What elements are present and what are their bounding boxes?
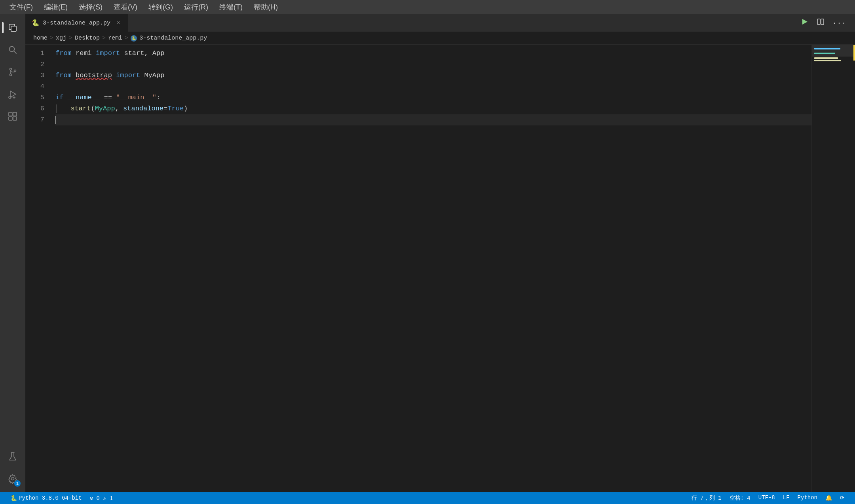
encoding-label: UTF-8 [758, 495, 775, 501]
code-editor[interactable]: 1 2 3 4 5 6 7 from remi import start, Ap… [25, 45, 855, 492]
svg-line-3 [14, 51, 16, 53]
menu-item-help[interactable]: 帮助(H) [249, 1, 283, 13]
python-version-label: Python 3.8.0 64-bit [19, 495, 82, 501]
activity-bottom: 1 [2, 446, 23, 489]
tab-close-button[interactable]: × [115, 19, 122, 27]
line-num-5: 5 [25, 92, 44, 103]
run-button[interactable] [798, 16, 811, 30]
status-python-version[interactable]: 🐍 Python 3.8.0 64-bit [6, 492, 86, 504]
svg-point-17 [11, 477, 14, 480]
menu-item-terminal[interactable]: 终端(T) [215, 1, 247, 13]
status-line-ending[interactable]: LF [779, 495, 794, 501]
imports-1: start, App [120, 48, 164, 59]
svg-rect-1 [11, 26, 16, 31]
breadcrumb-sep-4: > [125, 35, 128, 42]
activity-settings[interactable]: 1 [2, 468, 23, 489]
code-line-4 [55, 81, 811, 92]
line-col-label: 行 7，列 1 [692, 495, 722, 502]
language-label: Python [798, 495, 817, 501]
comma-6: , [115, 103, 123, 114]
menu-item-run[interactable]: 运行(R) [179, 1, 213, 13]
line-num-3: 3 [25, 70, 44, 81]
svg-rect-19 [817, 19, 820, 25]
param-standalone: standalone [123, 103, 163, 114]
breadcrumb-file[interactable]: 3-standalone_app.py [139, 35, 207, 42]
svg-rect-12 [9, 112, 12, 116]
menu-item-edit[interactable]: 编辑(E) [39, 1, 72, 13]
activity-explorer[interactable] [2, 17, 23, 38]
status-errors[interactable]: ⊘ 0 ⚠ 1 [86, 492, 117, 504]
split-editor-button[interactable] [814, 16, 827, 30]
svg-point-4 [10, 68, 12, 70]
breadcrumb-sep-3: > [102, 35, 106, 42]
status-language[interactable]: Python [794, 495, 821, 501]
breadcrumb-desktop[interactable]: Desktop [75, 35, 100, 42]
code-line-2 [55, 59, 811, 70]
svg-rect-20 [821, 19, 824, 25]
more-actions-button[interactable]: ··· [830, 17, 849, 30]
space-1: remi [72, 48, 96, 59]
sync-icon: ⟳ [840, 495, 845, 501]
breadcrumb-home[interactable]: home [33, 35, 48, 42]
code-line-7 [55, 114, 811, 125]
menu-item-select[interactable]: 选择(S) [74, 1, 107, 13]
editor-area: 🐍 3-standalone_app.py × [25, 14, 855, 492]
tab-filename: 3-standalone_app.py [43, 20, 110, 27]
breadcrumb-sep-2: > [69, 35, 72, 42]
minimap-line-6 [814, 60, 841, 61]
activity-search[interactable] [2, 40, 23, 60]
status-spaces[interactable]: 空格: 4 [726, 495, 754, 502]
menu-item-file[interactable]: 文件(F) [5, 1, 38, 13]
minimap-line-5 [814, 57, 838, 59]
space-3a [72, 70, 76, 81]
indent-guide [56, 104, 57, 113]
code-line-6: start ( MyApp , standalone = True ) [55, 103, 811, 114]
breadcrumb-remi[interactable]: remi [108, 35, 122, 42]
activity-run-debug[interactable] [2, 84, 23, 104]
status-line-col[interactable]: 行 7，列 1 [688, 495, 726, 502]
spaces-label: 空格: 4 [730, 495, 750, 502]
breadcrumb-xgj[interactable]: xgj [56, 35, 66, 42]
activity-bar: 1 [0, 14, 25, 492]
line-numbers: 1 2 3 4 5 6 7 [25, 45, 49, 492]
kw-from-3: from [55, 70, 72, 81]
line-num-7: 7 [25, 114, 44, 125]
kw-from-1: from [55, 48, 72, 59]
settings-badge: 1 [14, 480, 21, 487]
paren-close: ) [184, 103, 188, 114]
space-3b [112, 70, 116, 81]
breadcrumb-sep-1: > [50, 35, 53, 42]
menu-item-goto[interactable]: 转到(G) [144, 1, 178, 13]
module-bootstrap: bootstrap [76, 70, 112, 81]
tab-file[interactable]: 🐍 3-standalone_app.py × [25, 14, 128, 32]
svg-rect-14 [9, 117, 12, 120]
breadcrumb-python-icon: 🐍 [131, 35, 137, 42]
svg-point-6 [14, 70, 16, 72]
menu-item-view[interactable]: 查看(V) [109, 1, 142, 13]
status-notification[interactable]: 🔔 [821, 495, 836, 501]
kw-if: if [55, 92, 63, 103]
space-5a [63, 92, 67, 103]
svg-rect-13 [13, 112, 17, 116]
python-tab-icon: 🐍 [32, 19, 40, 27]
line-num-1: 1 [25, 48, 44, 59]
line-num-4: 4 [25, 81, 44, 92]
svg-marker-8 [10, 91, 16, 97]
menu-bar: 文件(F)编辑(E)选择(S)查看(V)转到(G)运行(R)终端(T)帮助(H) [0, 0, 855, 14]
status-sync[interactable]: ⟳ [836, 495, 849, 501]
more-dots: ··· [832, 19, 846, 27]
scrollbar-accent [853, 45, 855, 61]
code-line-5: if __name__ == "__main__" : [55, 92, 811, 103]
svg-rect-15 [13, 117, 17, 120]
main-layout: 1 🐍 3-standalone_app.py × [0, 14, 855, 492]
code-line-3: from bootstrap import MyApp [55, 70, 811, 81]
status-encoding[interactable]: UTF-8 [754, 495, 779, 501]
activity-source-control[interactable] [2, 62, 23, 82]
line-num-6: 6 [25, 103, 44, 114]
activity-extensions[interactable] [2, 106, 23, 127]
status-bar: 🐍 Python 3.8.0 64-bit ⊘ 0 ⚠ 1 行 7，列 1 空格… [0, 492, 855, 504]
activity-flask[interactable] [2, 446, 23, 467]
breadcrumb: home > xgj > Desktop > remi > 🐍 3-standa… [25, 32, 855, 45]
line-num-2: 2 [25, 59, 44, 70]
svg-marker-18 [802, 19, 808, 25]
